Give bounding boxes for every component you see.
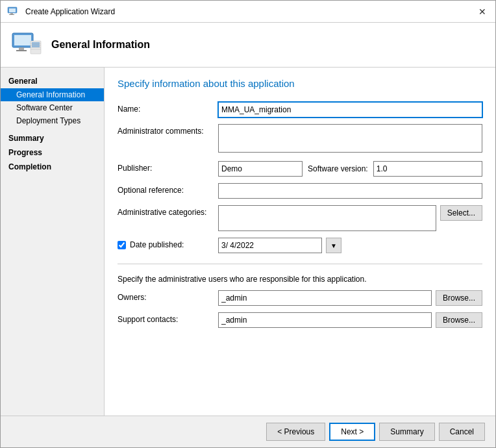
date-published-field: ▼ <box>218 238 482 253</box>
admin-comments-field <box>218 124 482 155</box>
dialog-title: Create Application Wizard <box>25 7 115 16</box>
cancel-button[interactable]: Cancel <box>439 423 485 441</box>
admin-categories-field: Select... <box>218 205 482 231</box>
support-contacts-field: Browse... <box>218 312 482 328</box>
sidebar-item-software-center[interactable]: Software Center <box>1 101 104 114</box>
svg-rect-5 <box>14 35 31 45</box>
optional-reference-row: Optional reference: <box>118 183 482 199</box>
svg-rect-3 <box>9 14 14 15</box>
support-contacts-input[interactable] <box>218 312 432 328</box>
admin-comments-row: Administrator comments: <box>118 124 482 155</box>
date-picker-button[interactable]: ▼ <box>326 238 341 253</box>
publisher-row: Publisher: Software version: <box>118 161 482 177</box>
name-label: Name: <box>118 102 218 114</box>
header-computer-icon <box>11 29 42 60</box>
publisher-inline: Software version: <box>218 161 482 177</box>
previous-button[interactable]: < Previous <box>266 423 325 441</box>
svg-rect-9 <box>32 42 40 47</box>
publisher-input[interactable] <box>218 161 303 177</box>
admin-categories-input[interactable] <box>218 205 436 231</box>
optional-reference-input[interactable] <box>218 183 482 199</box>
date-published-checkbox[interactable] <box>118 241 126 249</box>
svg-rect-1 <box>9 8 16 12</box>
software-version-label: Software version: <box>308 164 368 173</box>
svg-rect-7 <box>16 50 27 51</box>
svg-rect-2 <box>10 13 13 14</box>
sidebar-section-general: General <box>1 74 104 88</box>
owners-input[interactable] <box>218 290 432 306</box>
main-content: General General Information Software Cen… <box>1 68 495 416</box>
admin-categories-label: Administrative categories: <box>118 205 218 217</box>
title-bar: Create Application Wizard ✕ <box>1 1 495 23</box>
date-published-label: Date published: <box>118 238 218 249</box>
content-heading: Specify information about this applicati… <box>118 78 482 89</box>
header-title: General Information <box>51 39 150 51</box>
svg-rect-6 <box>19 47 24 50</box>
date-row: ▼ <box>218 238 482 253</box>
owners-section-description: Specify the administrative users who are… <box>118 275 482 284</box>
owners-label: Owners: <box>118 290 218 302</box>
date-published-input[interactable] <box>218 238 322 253</box>
owners-browse-button[interactable]: Browse... <box>436 290 482 306</box>
name-field <box>218 102 482 118</box>
sidebar-section-completion: Completion <box>1 160 104 174</box>
admin-comments-label: Administrator comments: <box>118 124 218 136</box>
divider <box>118 264 482 264</box>
app-icon <box>7 5 20 18</box>
close-button[interactable]: ✕ <box>476 5 489 18</box>
optional-reference-label: Optional reference: <box>118 183 218 195</box>
create-application-wizard-dialog: Create Application Wizard ✕ General Info… <box>0 0 496 448</box>
sidebar-item-general-information[interactable]: General Information <box>1 88 104 101</box>
date-published-checkbox-row: Date published: <box>118 240 218 249</box>
name-input[interactable] <box>218 102 482 118</box>
sidebar-section-summary: Summary <box>1 131 104 145</box>
owners-row: Owners: Browse... <box>118 290 482 306</box>
select-button[interactable]: Select... <box>440 205 482 221</box>
sidebar-item-deployment-types[interactable]: Deployment Types <box>1 114 104 127</box>
name-row: Name: <box>118 102 482 118</box>
header-section: General Information <box>1 23 495 68</box>
optional-reference-field <box>218 183 482 199</box>
support-contacts-browse-button[interactable]: Browse... <box>436 312 482 328</box>
support-contacts-row: Support contacts: Browse... <box>118 312 482 328</box>
owners-field: Browse... <box>218 290 482 306</box>
publisher-label: Publisher: <box>118 161 218 173</box>
summary-button[interactable]: Summary <box>379 423 434 441</box>
date-published-label-text: Date published: <box>130 240 184 249</box>
title-bar-left: Create Application Wizard <box>7 5 115 18</box>
next-button[interactable]: Next > <box>329 423 375 441</box>
sidebar: General General Information Software Cen… <box>1 68 105 416</box>
content-area: Specify information about this applicati… <box>105 68 495 416</box>
admin-categories-row: Administrative categories: Select... <box>118 205 482 231</box>
admin-comments-input[interactable] <box>218 124 482 153</box>
footer: < Previous Next > Summary Cancel <box>1 416 495 447</box>
date-published-row: Date published: ▼ <box>118 238 482 253</box>
support-contacts-label: Support contacts: <box>118 312 218 324</box>
software-version-input[interactable] <box>373 161 482 177</box>
sidebar-section-progress: Progress <box>1 145 104 160</box>
publisher-field: Software version: <box>218 161 482 177</box>
